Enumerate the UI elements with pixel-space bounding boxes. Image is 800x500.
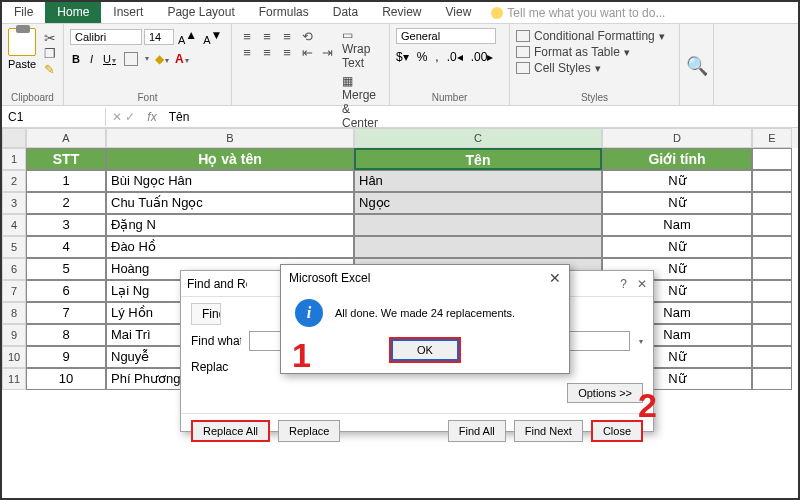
find-all-button[interactable]: Find All bbox=[448, 420, 506, 442]
fx-icon[interactable]: fx bbox=[141, 110, 162, 124]
bold-button[interactable]: B bbox=[70, 53, 82, 65]
cell[interactable] bbox=[752, 258, 792, 280]
cell[interactable]: 7 bbox=[26, 302, 106, 324]
cell[interactable] bbox=[752, 236, 792, 258]
align-bottom-icon[interactable]: ≡ bbox=[278, 28, 296, 44]
find-icon[interactable]: 🔍 bbox=[686, 55, 708, 77]
cell[interactable]: 8 bbox=[26, 324, 106, 346]
cell[interactable]: 2 bbox=[26, 192, 106, 214]
close-icon[interactable]: ✕ bbox=[549, 270, 561, 286]
font-size-select[interactable]: 14 bbox=[144, 29, 174, 45]
close-icon[interactable]: ✕ bbox=[637, 277, 647, 291]
cell[interactable] bbox=[752, 214, 792, 236]
cell[interactable]: Nam bbox=[602, 214, 752, 236]
inc-decimal-icon[interactable]: .0◂ bbox=[447, 50, 463, 64]
cell[interactable] bbox=[752, 280, 792, 302]
dec-decimal-icon[interactable]: .00▸ bbox=[471, 50, 494, 64]
select-all-corner[interactable] bbox=[2, 128, 26, 148]
cell[interactable]: Nữ bbox=[602, 236, 752, 258]
cell[interactable]: Hân bbox=[354, 170, 602, 192]
percent-icon[interactable]: % bbox=[417, 50, 428, 64]
italic-button[interactable]: I bbox=[88, 53, 95, 65]
cell[interactable] bbox=[752, 170, 792, 192]
tab-file[interactable]: File bbox=[2, 2, 45, 23]
cell[interactable] bbox=[752, 346, 792, 368]
tab-data[interactable]: Data bbox=[321, 2, 370, 23]
row-header[interactable]: 3 bbox=[2, 192, 26, 214]
copy-icon[interactable]: ❐ bbox=[44, 46, 60, 60]
row-header[interactable]: 2 bbox=[2, 170, 26, 192]
number-format-select[interactable]: General bbox=[396, 28, 496, 44]
cell[interactable]: Chu Tuấn Ngọc bbox=[106, 192, 354, 214]
header-cell[interactable]: Giới tính bbox=[602, 148, 752, 170]
cell[interactable]: 9 bbox=[26, 346, 106, 368]
cell[interactable]: 4 bbox=[26, 236, 106, 258]
cell[interactable]: Nữ bbox=[602, 170, 752, 192]
replace-button[interactable]: Replace bbox=[278, 420, 340, 442]
align-left-icon[interactable]: ≡ bbox=[238, 44, 256, 60]
cell[interactable] bbox=[752, 302, 792, 324]
comma-icon[interactable]: , bbox=[435, 50, 438, 64]
tell-me[interactable]: Tell me what you want to do... bbox=[483, 2, 673, 23]
row-header[interactable]: 9 bbox=[2, 324, 26, 346]
underline-button[interactable]: U▾ bbox=[101, 53, 118, 65]
cell[interactable]: Đặng N bbox=[106, 214, 354, 236]
fill-color-button[interactable]: ◆▾ bbox=[155, 52, 169, 66]
tab-pagelayout[interactable]: Page Layout bbox=[155, 2, 246, 23]
orientation-icon[interactable]: ⟲ bbox=[298, 28, 316, 44]
cell[interactable]: Nữ bbox=[602, 192, 752, 214]
indent-inc-icon[interactable]: ⇥ bbox=[318, 44, 336, 60]
tab-view[interactable]: View bbox=[434, 2, 484, 23]
wrap-text-button[interactable]: ▭ Wrap Text bbox=[342, 28, 383, 70]
tab-review[interactable]: Review bbox=[370, 2, 433, 23]
font-color-button[interactable]: A▾ bbox=[175, 52, 189, 66]
accounting-icon[interactable]: $▾ bbox=[396, 50, 409, 64]
align-top-icon[interactable]: ≡ bbox=[238, 28, 256, 44]
conditional-formatting-button[interactable]: Conditional Formatting ▾ bbox=[516, 28, 673, 44]
col-header-b[interactable]: B bbox=[106, 128, 354, 148]
row-header[interactable]: 10 bbox=[2, 346, 26, 368]
decrease-font-icon[interactable]: A▼ bbox=[201, 28, 224, 46]
fx-buttons[interactable]: ✕ ✓ bbox=[106, 110, 141, 124]
header-cell[interactable]: Tên bbox=[354, 148, 602, 170]
find-next-button[interactable]: Find Next bbox=[514, 420, 583, 442]
paste-button[interactable]: Paste bbox=[8, 28, 36, 70]
ok-button[interactable]: OK bbox=[391, 339, 459, 361]
cell-styles-button[interactable]: Cell Styles ▾ bbox=[516, 60, 673, 76]
cut-icon[interactable]: ✂ bbox=[44, 30, 60, 44]
border-button[interactable] bbox=[124, 52, 138, 66]
tab-insert[interactable]: Insert bbox=[101, 2, 155, 23]
tab-find[interactable]: Find bbox=[191, 303, 221, 325]
options-button[interactable]: Options >> bbox=[567, 383, 643, 403]
header-cell[interactable]: STT bbox=[26, 148, 106, 170]
align-center-icon[interactable]: ≡ bbox=[258, 44, 276, 60]
col-header-e[interactable]: E bbox=[752, 128, 792, 148]
cell[interactable] bbox=[752, 192, 792, 214]
row-header[interactable]: 4 bbox=[2, 214, 26, 236]
format-as-table-button[interactable]: Format as Table ▾ bbox=[516, 44, 673, 60]
col-header-c[interactable]: C bbox=[354, 128, 602, 148]
close-button[interactable]: Close bbox=[591, 420, 643, 442]
cell[interactable]: Ngọc bbox=[354, 192, 602, 214]
replace-all-button[interactable]: Replace All bbox=[191, 420, 270, 442]
align-middle-icon[interactable]: ≡ bbox=[258, 28, 276, 44]
cell[interactable]: 10 bbox=[26, 368, 106, 390]
row-header[interactable]: 6 bbox=[2, 258, 26, 280]
font-name-select[interactable]: Calibri bbox=[70, 29, 142, 45]
cell[interactable]: 5 bbox=[26, 258, 106, 280]
row-header[interactable]: 7 bbox=[2, 280, 26, 302]
formula-bar[interactable]: Tên bbox=[163, 108, 798, 126]
cell[interactable] bbox=[354, 236, 602, 258]
header-cell[interactable]: Họ và tên bbox=[106, 148, 354, 170]
col-header-a[interactable]: A bbox=[26, 128, 106, 148]
indent-dec-icon[interactable]: ⇤ bbox=[298, 44, 316, 60]
row-header[interactable]: 1 bbox=[2, 148, 26, 170]
cell[interactable] bbox=[354, 214, 602, 236]
cell[interactable]: 3 bbox=[26, 214, 106, 236]
increase-font-icon[interactable]: A▲ bbox=[176, 28, 199, 46]
tab-home[interactable]: Home bbox=[45, 2, 101, 23]
cell[interactable]: 1 bbox=[26, 170, 106, 192]
col-header-d[interactable]: D bbox=[602, 128, 752, 148]
format-painter-icon[interactable]: ✎ bbox=[44, 62, 60, 76]
name-box[interactable]: C1 bbox=[2, 108, 106, 126]
